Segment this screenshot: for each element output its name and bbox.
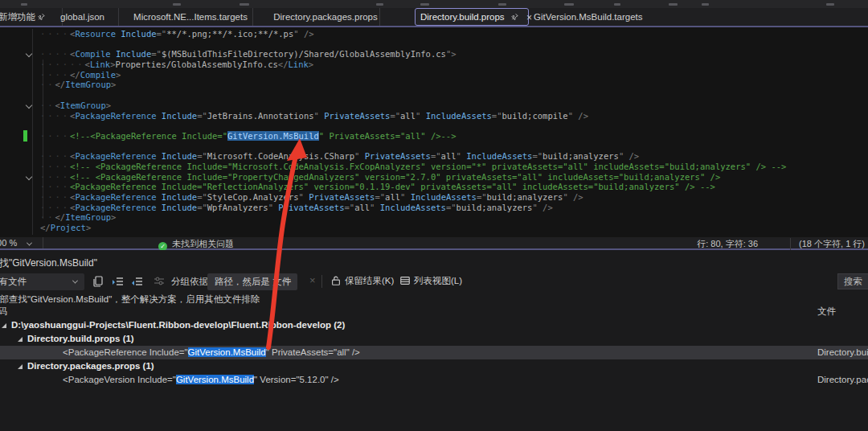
code-lines: ····<Resource Include="**/*.png;**/*.ico… — [0, 29, 868, 233]
expand-triangle-icon[interactable] — [18, 337, 23, 342]
clear-icon[interactable]: × — [309, 274, 316, 286]
tab-directory-build-props[interactable]: Directory.build.props × — [415, 8, 529, 26]
code-line[interactable]: ····<!--<PackageReference Include="GitVe… — [0, 131, 868, 142]
toolbar-remnant — [420, 3, 429, 6]
expand-all-icon[interactable] — [112, 275, 125, 288]
code-line[interactable]: ··</ItemGroup> — [0, 212, 868, 223]
expand-triangle-icon[interactable] — [2, 323, 6, 328]
code-line[interactable]: </Project> — [0, 223, 868, 233]
keep-results-button[interactable]: 保留结果(K) — [330, 275, 394, 287]
toolbar-strip — [0, 0, 868, 8]
result-group-label: D:\yaoshuanggui-Projects\Fluent.Ribbon-d… — [0, 320, 345, 330]
editor-statusbar: 100 % ✓未找到相关问题 行: 80, 字符: 36 (18 个字符, 1 … — [0, 237, 868, 250]
code-line[interactable] — [0, 142, 868, 152]
keep-results-label: 保留结果(K) — [345, 276, 394, 285]
result-code-text: <PackageReference Include="GitVersion.Ms… — [0, 347, 360, 357]
tab-items-targets[interactable]: Microsoft.NE...Items.targets — [129, 8, 253, 26]
document-health[interactable]: ✓未找到相关问题 — [158, 239, 234, 248]
toolbar-remnant — [498, 3, 506, 6]
code-line[interactable]: ····<PackageReference Include="Microsoft… — [0, 151, 868, 162]
search-summary: 全部查找"GitVersion.MsBuild"，整个解决方案，启用其他文件排除 — [0, 293, 260, 306]
toolbar-remnant — [614, 3, 620, 6]
result-file-name: Directory.build.props — [817, 346, 868, 359]
tab-label: Microsoft.NE...Items.targets — [133, 12, 248, 22]
code-line[interactable]: ··</ItemGroup> — [0, 80, 868, 90]
chevron-down-icon — [27, 240, 32, 246]
search-input[interactable]: 搜索 — [837, 273, 868, 289]
pin-icon[interactable] — [511, 10, 519, 26]
list-view-label: 列表视图(L) — [414, 276, 462, 285]
code-line[interactable] — [0, 39, 868, 50]
column-file[interactable]: 文件 — [817, 306, 836, 318]
results-tree: D:\yaoshuanggui-Projects\Fluent.Ribbon-d… — [0, 318, 868, 387]
group-by-value: 路径，然后是 文件 — [215, 277, 291, 286]
copy-icon[interactable] — [92, 275, 104, 288]
code-line[interactable]: ····<PackageReference Include="JetBrains… — [0, 111, 868, 121]
code-line[interactable] — [0, 121, 868, 131]
tab-directory-packages-props[interactable]: Directory.packages.props — [272, 8, 380, 26]
toolbar-remnant — [669, 3, 678, 6]
zoom-value: 100 % — [0, 238, 17, 248]
results-column-header: 代码 文件 — [0, 306, 868, 318]
result-row[interactable]: D:\yaoshuanggui-Projects\Fluent.Ribbon-d… — [0, 318, 868, 332]
toolbar-remnant — [240, 3, 249, 6]
scope-value: 所有文件 — [0, 277, 27, 286]
result-group-label: Directory.packages.props (1) — [0, 361, 154, 371]
settings-icon[interactable] — [153, 275, 166, 288]
list-icon — [399, 275, 411, 286]
code-line[interactable]: ····<PackageReference Include="Reflectio… — [0, 182, 868, 192]
tab-label: 新增功能 — [0, 12, 35, 22]
tab-label: Directory.build.props — [420, 12, 505, 22]
list-view-button[interactable]: 列表视图(L) — [399, 275, 462, 287]
selection-info: (18 个字符, 1 行) — [790, 238, 865, 250]
result-file-name: Directory.packages.props — [817, 373, 868, 387]
result-row[interactable]: <PackageVersion Include="GitVersion.MsBu… — [0, 373, 868, 387]
group-by-dropdown[interactable]: 路径，然后是 文件 — [207, 273, 297, 290]
zoom-selector[interactable]: 100 % — [0, 237, 43, 248]
group-by-label: 分组依据: — [171, 276, 211, 288]
toolbar-remnant — [702, 3, 709, 6]
chevron-down-icon — [72, 278, 78, 284]
toolbar-separator — [321, 275, 322, 288]
find-results-toolbar: 所有文件 分组依据: 路径，然后是 文件 × 保留结果 — [0, 272, 868, 293]
toolbar-remnant — [376, 3, 383, 6]
search-label: 搜索 — [844, 277, 862, 286]
tab-label: GitVersion.MsBuild.targets — [534, 12, 643, 22]
health-message: 未找到相关问题 — [172, 239, 234, 248]
toolbar-remnant — [564, 3, 574, 6]
find-results-panel: 查找"GitVersion.MsBuild" 所有文件 分组依据: 路径，然后是… — [0, 250, 868, 431]
tab-gitversion-msbuild-targets[interactable]: GitVersion.MsBuild.targets — [530, 8, 645, 26]
code-line[interactable]: ····<Resource Include="**/*.png;**/*.ico… — [0, 29, 868, 39]
lock-icon — [330, 275, 342, 286]
result-row[interactable]: Directory.packages.props (1) — [0, 359, 868, 373]
document-tabbar: 新增功能 global.json Microsoft.NE...Items.ta… — [0, 8, 868, 27]
code-line[interactable]: ····<PackageReference Include="WpfAnalyz… — [0, 203, 868, 213]
find-results-title: 查找"GitVersion.MsBuild" — [0, 257, 97, 270]
match-highlight: GitVersion.MsBuild — [176, 375, 254, 384]
pin-icon[interactable] — [38, 9, 46, 26]
visual-studio-window: 新增功能 global.json Microsoft.NE...Items.ta… — [0, 0, 868, 431]
code-line[interactable]: ······<Link>Properties/GlobalAssemblyInf… — [0, 60, 868, 70]
code-line[interactable]: ····<!-- <PackageReference Include="Micr… — [0, 162, 868, 172]
result-row[interactable]: Directory.build.props (1) — [0, 332, 868, 346]
code-editor[interactable]: ····<Resource Include="**/*.png;**/*.ico… — [0, 27, 868, 237]
toolbar-remnant — [173, 3, 181, 6]
code-line[interactable] — [0, 90, 868, 101]
code-line[interactable]: ····</Compile> — [0, 70, 868, 80]
column-code[interactable]: 代码 — [0, 306, 7, 318]
collapse-all-icon[interactable] — [131, 275, 144, 288]
code-line[interactable]: ····<!-- <PackageReference Include="Prop… — [0, 172, 868, 183]
code-line[interactable]: ····<PackageReference Include="StyleCop.… — [0, 192, 868, 203]
toolbar-remnant — [826, 3, 834, 6]
code-line[interactable]: ··<ItemGroup> — [0, 101, 868, 111]
tab-global-json[interactable]: global.json — [47, 8, 119, 26]
tab-label: global.json — [60, 12, 104, 22]
code-line[interactable]: ····<Compile Include="$(MSBuildThisFileD… — [0, 49, 868, 60]
toolbar-remnant — [21, 3, 27, 6]
result-code-text: <PackageVersion Include="GitVersion.MsBu… — [0, 375, 339, 384]
expand-triangle-icon[interactable] — [18, 364, 23, 369]
result-row[interactable]: <PackageReference Include="GitVersion.Ms… — [0, 346, 868, 359]
scope-dropdown[interactable]: 所有文件 — [0, 273, 84, 290]
match-highlight: GitVersion.MsBuild — [188, 347, 266, 357]
tab-label: Directory.packages.props — [273, 12, 378, 22]
